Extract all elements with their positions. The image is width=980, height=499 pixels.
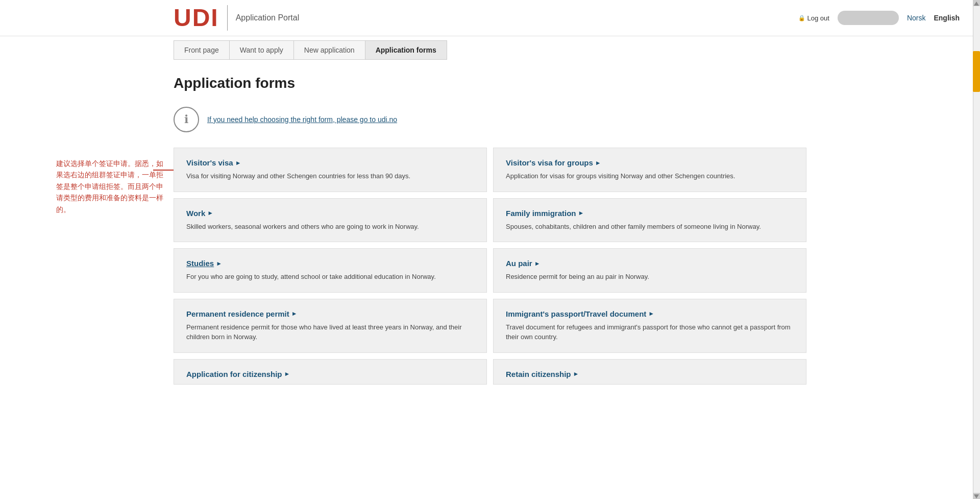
chevron-right-icon-3: ► bbox=[207, 209, 213, 217]
card-visitors-visa-groups[interactable]: Visitor's visa for groups ► Application … bbox=[493, 148, 806, 192]
logout-link[interactable]: Log out bbox=[798, 14, 829, 22]
card-immigrant-passport[interactable]: Immigrant's passport/Travel document ► T… bbox=[493, 299, 806, 353]
info-box: ℹ If you need help choosing the right fo… bbox=[174, 107, 806, 132]
scrollbar-up-button[interactable] bbox=[973, 0, 980, 6]
card-retain-citizenship-title: Retain citizenship ► bbox=[506, 370, 794, 378]
info-icon: ℹ bbox=[174, 107, 199, 132]
card-visitors-visa-groups-desc: Application for visas for groups visitin… bbox=[506, 171, 794, 181]
card-permanent-residence[interactable]: Permanent residence permit ► Permanent r… bbox=[174, 299, 487, 353]
chevron-right-icon-2: ► bbox=[595, 159, 601, 167]
breadcrumb-nav: Front page Want to apply New application… bbox=[0, 40, 980, 60]
studies-link[interactable]: Studies bbox=[186, 259, 214, 268]
card-family-immigration-title: Family immigration ► bbox=[506, 209, 794, 218]
breadcrumb-new-application[interactable]: New application bbox=[293, 40, 365, 60]
breadcrumb-want-to-apply[interactable]: Want to apply bbox=[229, 40, 293, 60]
chevron-right-icon-6: ► bbox=[534, 260, 541, 267]
cards-grid: 建议选择单个签证申请。据悉，如果选右边的组群签证申请，一单拒签是整个申请组拒签。… bbox=[174, 148, 806, 385]
lang-english-label: English bbox=[934, 14, 960, 22]
udi-logo: UDI bbox=[174, 6, 219, 30]
chevron-right-icon-9: ► bbox=[284, 370, 290, 377]
card-visitors-visa-groups-title: Visitor's visa for groups ► bbox=[506, 158, 794, 167]
chevron-right-icon-5: ► bbox=[216, 260, 222, 267]
card-citizenship[interactable]: Application for citizenship ► bbox=[174, 359, 487, 385]
card-permanent-residence-title: Permanent residence permit ► bbox=[186, 310, 474, 318]
scrollbar-track bbox=[973, 0, 980, 499]
chevron-right-icon-4: ► bbox=[578, 209, 584, 217]
card-visitors-visa[interactable]: Visitor's visa ► Visa for visiting Norwa… bbox=[174, 148, 487, 192]
card-visitors-visa-desc: Visa for visiting Norway and other Schen… bbox=[186, 171, 474, 181]
card-work-desc: Skilled workers, seasonal workers and ot… bbox=[186, 222, 474, 232]
card-wrapper-visitors-visa: 建议选择单个签证申请。据悉，如果选右边的组群签证申请，一单拒签是整个申请组拒签。… bbox=[174, 148, 487, 192]
card-studies[interactable]: Studies ► For you who are going to study… bbox=[174, 248, 487, 293]
card-au-pair[interactable]: Au pair ► Residence permit for being an … bbox=[493, 248, 806, 293]
page-title: Application forms bbox=[174, 75, 806, 91]
chevron-right-icon: ► bbox=[235, 159, 241, 167]
chevron-right-icon-10: ► bbox=[573, 370, 579, 377]
card-visitors-visa-title: Visitor's visa ► bbox=[186, 158, 474, 167]
chevron-right-icon-7: ► bbox=[291, 310, 298, 317]
info-link[interactable]: If you need help choosing the right form… bbox=[207, 115, 397, 124]
svg-marker-2 bbox=[974, 2, 979, 6]
scrollbar-down-button[interactable] bbox=[973, 493, 980, 499]
breadcrumb-front-page[interactable]: Front page bbox=[174, 40, 229, 60]
card-citizenship-title: Application for citizenship ► bbox=[186, 370, 474, 378]
card-studies-title: Studies ► bbox=[186, 259, 474, 268]
logo-area: UDI Application Portal bbox=[174, 5, 299, 31]
main-content: Application forms ℹ If you need help cho… bbox=[0, 60, 980, 405]
portal-subtitle: Application Portal bbox=[236, 13, 300, 22]
card-family-immigration[interactable]: Family immigration ► Spouses, cohabitant… bbox=[493, 198, 806, 243]
breadcrumb-application-forms[interactable]: Application forms bbox=[365, 40, 447, 60]
annotation-text: 建议选择单个签证申请。据悉，如果选右边的组群签证申请，一单拒签是整个申请组拒签。… bbox=[56, 158, 168, 215]
lang-norsk-link[interactable]: Norsk bbox=[907, 14, 926, 22]
card-immigrant-passport-desc: Travel document for refugees and immigra… bbox=[506, 322, 794, 342]
card-work[interactable]: Work ► Skilled workers, seasonal workers… bbox=[174, 198, 487, 243]
header-right: Log out Norsk English bbox=[798, 11, 960, 25]
card-permanent-residence-desc: Permanent residence permit for those who… bbox=[186, 322, 474, 342]
scrollbar-thumb[interactable] bbox=[973, 51, 980, 92]
page-wrapper: UDI Application Portal Log out Norsk Eng… bbox=[0, 0, 980, 499]
card-immigrant-passport-title: Immigrant's passport/Travel document ► bbox=[506, 310, 794, 318]
header: UDI Application Portal Log out Norsk Eng… bbox=[0, 0, 980, 36]
chevron-right-icon-8: ► bbox=[648, 310, 654, 317]
card-studies-desc: For you who are going to study, attend s… bbox=[186, 272, 474, 282]
user-pill bbox=[838, 11, 899, 25]
logo-divider bbox=[227, 5, 228, 31]
card-au-pair-desc: Residence permit for being an au pair in… bbox=[506, 272, 794, 282]
card-au-pair-title: Au pair ► bbox=[506, 259, 794, 268]
card-work-title: Work ► bbox=[186, 209, 474, 218]
svg-marker-3 bbox=[974, 494, 979, 498]
card-family-immigration-desc: Spouses, cohabitants, children and other… bbox=[506, 222, 794, 232]
card-retain-citizenship[interactable]: Retain citizenship ► bbox=[493, 359, 806, 385]
